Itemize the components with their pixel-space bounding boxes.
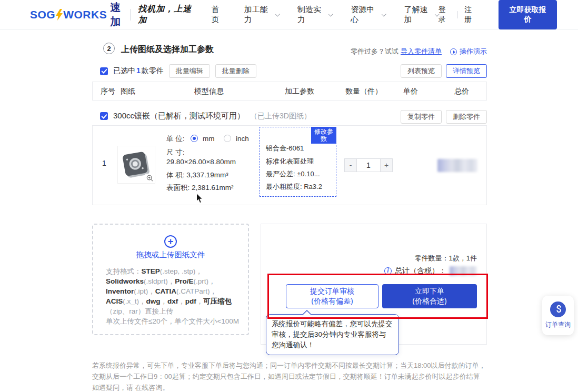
nav-item[interactable]: 首页 bbox=[211, 5, 225, 25]
review-line1: 提交订单审核 bbox=[310, 287, 354, 295]
order-line1: 立即下单 bbox=[415, 287, 444, 295]
selection-toolbar: 已选中1款零件 批量编辑 批量删除 bbox=[100, 64, 256, 78]
copy-part-button[interactable]: 复制零件 bbox=[401, 110, 442, 124]
format-segment: (.step, .stp)， bbox=[160, 267, 203, 275]
demo-button[interactable]: 操作演示 bbox=[450, 47, 487, 56]
play-icon bbox=[450, 48, 457, 55]
order-query-label: 订单查询 bbox=[545, 320, 571, 329]
quantity-plus-button[interactable]: + bbox=[380, 158, 393, 172]
divider bbox=[130, 9, 131, 21]
volume-row: 体 积: 3,337.19mm³ bbox=[166, 170, 228, 180]
quantity-stepper: - + bbox=[344, 158, 393, 172]
review-line2: (价格有偏差) bbox=[311, 297, 353, 305]
part-checkbox[interactable] bbox=[100, 112, 108, 120]
logo-text-sog: SOG bbox=[30, 8, 55, 21]
auth-area: 登录 注册 bbox=[439, 5, 477, 24]
format-segment: 支持格式： bbox=[106, 267, 142, 275]
chevron-down-icon bbox=[382, 12, 386, 16]
table-header-cell: 单价 bbox=[403, 87, 418, 96]
nav-item[interactable]: 制造实力 bbox=[297, 5, 332, 25]
part-title-row: 300cc镶嵌（已解析，测试环境可用） （已上传3D图纸） bbox=[100, 111, 311, 121]
part-thumbnail[interactable] bbox=[117, 146, 155, 184]
table-header-cell: 序号 bbox=[101, 87, 115, 96]
preview-toggle: 列表预览 详情预览 bbox=[401, 64, 487, 78]
nav-item-label: 首页 bbox=[211, 5, 225, 25]
order-now-button[interactable]: 立即下单 (价格合适) bbox=[382, 284, 477, 308]
part-row: 1 单 位: mm bbox=[92, 125, 487, 205]
part-index: 1 bbox=[102, 159, 106, 167]
part-name: 300cc镶嵌（已解析，测试环境可用） bbox=[113, 111, 245, 121]
divider bbox=[457, 11, 458, 18]
top-navbar: SOG WORKS 速加 找机加，上速加 首页加工能力制造实力资源中心了解速加 … bbox=[0, 0, 578, 30]
page: SOG WORKS 速加 找机加，上速加 首页加工能力制造实力资源中心了解速加 … bbox=[0, 0, 578, 392]
format-segment: (.prt)， bbox=[194, 277, 216, 285]
unit-inch-label[interactable]: inch bbox=[236, 135, 249, 143]
format-segment: (.sldprt)， bbox=[144, 277, 175, 285]
param-line: 最小粗糙度: Ra3.2 bbox=[266, 182, 322, 192]
get-quote-button[interactable]: 立即获取报价 bbox=[499, 0, 557, 29]
param-line: 铝合金-6061 bbox=[266, 144, 304, 153]
nav-item[interactable]: 资源中心 bbox=[351, 5, 385, 25]
format-segment: ， bbox=[161, 297, 168, 305]
format-segment: dwg bbox=[146, 297, 161, 305]
unit-label: 单 位: bbox=[166, 135, 185, 143]
register-link[interactable]: 注册 bbox=[464, 5, 477, 24]
format-segment: Pro/E bbox=[175, 277, 193, 285]
unit-mm-radio[interactable] bbox=[191, 135, 198, 142]
unit-mm-label[interactable]: mm bbox=[203, 135, 215, 143]
submit-review-button[interactable]: 提交订单审核 (价格有偏差) bbox=[286, 284, 378, 308]
nav-item-label: 了解速加 bbox=[404, 5, 431, 25]
batch-delete-button[interactable]: 批量删除 bbox=[215, 64, 256, 78]
unit-row: 单 位: mm inch bbox=[166, 134, 249, 144]
table-header-cell: 数量（件） bbox=[345, 87, 382, 96]
nav-item[interactable]: 加工能力 bbox=[244, 5, 278, 25]
area-row: 表面积: 2,381.61mm² bbox=[166, 183, 234, 193]
info-icon: i bbox=[384, 267, 392, 275]
format-segment: Solidworks bbox=[106, 277, 144, 285]
order-query-button[interactable]: 订单查询 bbox=[542, 296, 574, 335]
table-header-cell: 图纸 bbox=[121, 87, 135, 96]
selected-count: 1 bbox=[135, 66, 142, 75]
nav-item-label: 制造实力 bbox=[297, 5, 325, 25]
format-segment: (.x_t)， bbox=[123, 297, 146, 305]
step-title: 上传图纸及选择加工参数 bbox=[121, 44, 214, 55]
batch-edit-button[interactable]: 批量编辑 bbox=[169, 64, 210, 78]
nav-item[interactable]: 了解速加 bbox=[404, 5, 438, 25]
select-all-checkbox[interactable] bbox=[100, 67, 108, 75]
unit-inch-radio[interactable] bbox=[224, 135, 231, 142]
format-segment: （zip、rar）直接上传 bbox=[106, 307, 173, 315]
table-header-cell: 总价 bbox=[454, 87, 469, 96]
order-line2: (价格合适) bbox=[412, 297, 446, 305]
quantity-minus-button[interactable]: - bbox=[344, 158, 357, 172]
size-value: 29.80×26.00×8.80mm bbox=[166, 158, 236, 166]
param-line: 最严公差: ±0.10... bbox=[266, 169, 320, 179]
format-segment: Inventor bbox=[106, 287, 134, 295]
format-segment: ， bbox=[178, 297, 185, 305]
login-link[interactable]: 登录 bbox=[439, 5, 452, 24]
upload-dropzone[interactable]: + 拖拽或上传图纸文件 支持格式：STEP(.step, .stp)，Solid… bbox=[92, 224, 249, 335]
machining-params-box: 修改参数 铝合金-6061标准化表面处理最严公差: ±0.10...最小粗糙度:… bbox=[260, 127, 336, 197]
delete-part-button[interactable]: 删除零件 bbox=[446, 110, 487, 124]
supported-formats: 支持格式：STEP(.step, .stp)，Solidworks(.sldpr… bbox=[106, 266, 240, 316]
total-price-redacted bbox=[450, 266, 477, 276]
chevron-down-icon bbox=[328, 12, 333, 16]
chevron-down-icon bbox=[275, 12, 280, 16]
param-line: 标准化表面处理 bbox=[266, 157, 314, 166]
format-segment: CATIA bbox=[155, 287, 176, 295]
plus-icon: + bbox=[164, 235, 177, 248]
import-parts-list-link[interactable]: 导入零件清单 bbox=[401, 47, 442, 56]
detail-preview-button[interactable]: 详情预览 bbox=[446, 64, 487, 78]
zoom-in-icon[interactable] bbox=[145, 174, 154, 183]
main-nav: 首页加工能力制造实力资源中心了解速加 bbox=[211, 5, 438, 25]
part-upload-note: （已上传3D图纸） bbox=[250, 112, 311, 121]
upload-title: 拖拽或上传图纸文件 bbox=[93, 250, 248, 260]
format-segment: dxf bbox=[167, 297, 178, 305]
table-header-cell: 模型信息 bbox=[194, 87, 224, 96]
logo[interactable]: SOG WORKS 速加 bbox=[30, 1, 123, 29]
list-preview-button[interactable]: 列表预览 bbox=[401, 64, 442, 78]
edit-params-button[interactable]: 修改参数 bbox=[311, 127, 336, 144]
logo-text-cn: 速加 bbox=[110, 1, 123, 29]
quantity-input[interactable] bbox=[357, 158, 380, 172]
format-segment: pdf bbox=[185, 297, 196, 305]
total-row: i 总计（含税）： bbox=[384, 266, 477, 276]
